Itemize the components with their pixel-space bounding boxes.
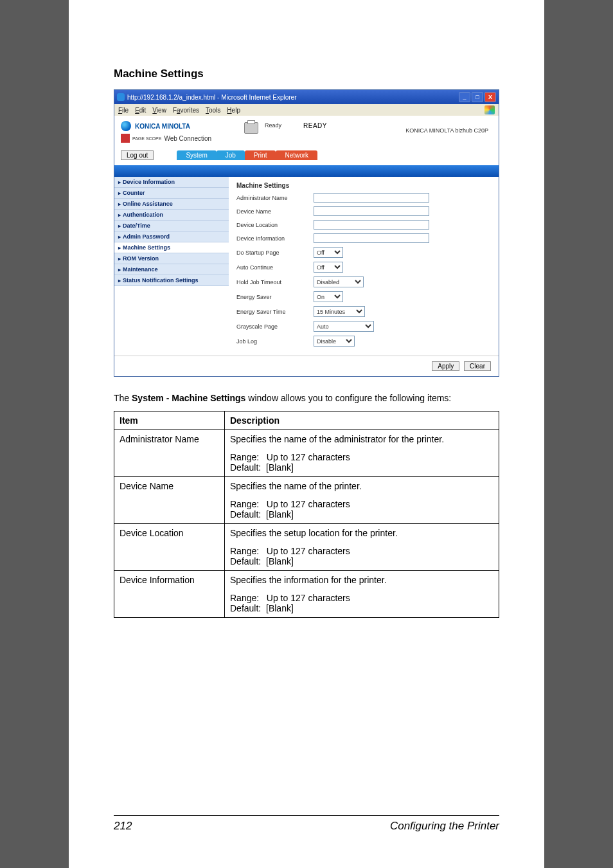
form-row: Energy SaverOn: [236, 291, 491, 302]
sidebar-item-authentication[interactable]: Authentication: [114, 210, 229, 221]
sidebar-item-date-time[interactable]: Date/Time: [114, 221, 229, 231]
select-energy-saver-time[interactable]: 15 Minutes: [314, 306, 365, 317]
sidebar-item-admin-password[interactable]: Admin Password: [114, 231, 229, 242]
ie-icon: [117, 93, 125, 101]
sidebar-item-online-assistance[interactable]: Online Assistance: [114, 199, 229, 210]
form-label: Device Location: [236, 222, 314, 228]
form-row: Device Name: [236, 206, 491, 216]
form-label: Device Information: [236, 235, 314, 242]
table-cell-item: Device Name: [114, 476, 225, 523]
sidebar-item-status-notification-settings[interactable]: Status Notification Settings: [114, 275, 229, 286]
form-row: Hold Job TimeoutDisabled: [236, 276, 491, 287]
form-row: Job LogDisable: [236, 336, 491, 347]
form-row: Do Startup PageOff: [236, 247, 491, 258]
form-row: Auto ContinueOff: [236, 262, 491, 273]
browser-window: http://192.168.1.2/a_index.html - Micros…: [114, 89, 499, 377]
select-auto-continue[interactable]: Off: [314, 262, 343, 273]
menu-edit[interactable]: Edit: [135, 107, 146, 114]
input-device-location[interactable]: [314, 220, 429, 230]
windows-logo-icon: [484, 105, 495, 114]
description-table: Item Description Administrator NameSpeci…: [114, 411, 499, 618]
intro-paragraph: The System - Machine Settings window all…: [114, 392, 499, 404]
sidebar-item-counter[interactable]: Counter: [114, 188, 229, 199]
form-label: Grayscale Page: [236, 323, 314, 330]
table-header-description: Description: [225, 411, 499, 429]
pagescope-icon: [121, 134, 130, 143]
select-hold-job-timeout[interactable]: Disabled: [314, 276, 364, 287]
clear-button[interactable]: Clear: [464, 361, 491, 371]
printer-icon: [244, 122, 258, 134]
tab-network[interactable]: Network: [276, 150, 317, 160]
form-row: Energy Saver Time15 Minutes: [236, 306, 491, 317]
page-footer: 212 Configuring the Printer: [114, 815, 499, 833]
input-administrator-name[interactable]: [314, 193, 429, 203]
input-device-name[interactable]: [314, 206, 429, 216]
form-label: Device Name: [236, 208, 314, 215]
window-title: http://192.168.1.2/a_index.html - Micros…: [127, 94, 296, 101]
window-titlebar: http://192.168.1.2/a_index.html - Micros…: [114, 90, 499, 104]
table-row: Device LocationSpecifies the setup locat…: [114, 523, 499, 570]
table-cell-description: Specifies the name of the administrator …: [225, 429, 499, 476]
status-ready-small: Ready: [265, 122, 281, 129]
product-name: KONICA MINOLTA bizhub C20P: [405, 122, 492, 134]
apply-button[interactable]: Apply: [432, 361, 459, 371]
form-label: Energy Saver Time: [236, 309, 314, 315]
form-label: Job Log: [236, 338, 314, 345]
table-cell-description: Specifies the information for the printe…: [225, 570, 499, 617]
footer-section-title: Configuring the Printer: [390, 820, 499, 833]
konica-minolta-logo-icon: [121, 121, 131, 131]
pagescope-prefix: PAGE SCOPE: [132, 136, 161, 141]
sidebar-item-machine-settings[interactable]: Machine Settings: [114, 242, 229, 253]
status-ready-big: READY: [303, 122, 327, 129]
table-row: Administrator NameSpecifies the name of …: [114, 429, 499, 476]
form-label: Hold Job Timeout: [236, 279, 314, 285]
table-row: Device NameSpecifies the name of the pri…: [114, 476, 499, 523]
select-grayscale-page[interactable]: Auto: [314, 321, 374, 332]
tab-job[interactable]: Job: [217, 150, 245, 160]
table-cell-description: Specifies the name of the printer.Range:…: [225, 476, 499, 523]
sidebar-item-device-information[interactable]: Device Information: [114, 177, 229, 188]
header-bar: [114, 165, 499, 177]
table-cell-description: Specifies the setup location for the pri…: [225, 523, 499, 570]
table-cell-item: Device Location: [114, 523, 225, 570]
menu-file[interactable]: File: [118, 107, 129, 114]
side-nav: Device InformationCounterOnline Assistan…: [114, 177, 229, 356]
window-maximize-button[interactable]: □: [472, 92, 483, 102]
form-label: Energy Saver: [236, 294, 314, 300]
sidebar-item-rom-version[interactable]: ROM Version: [114, 253, 229, 264]
table-row: Device InformationSpecifies the informat…: [114, 570, 499, 617]
menu-tools[interactable]: Tools: [206, 107, 220, 114]
logout-button[interactable]: Log out: [121, 150, 154, 160]
menu-help[interactable]: Help: [227, 107, 240, 114]
pane-title: Machine Settings: [236, 182, 491, 189]
window-close-button[interactable]: X: [484, 92, 496, 102]
form-label: Administrator Name: [236, 195, 314, 201]
table-cell-item: Device Information: [114, 570, 225, 617]
brand-name: KONICA MINOLTA: [135, 123, 190, 130]
pagescope-label: Web Connection: [164, 135, 211, 142]
select-energy-saver[interactable]: On: [314, 291, 343, 302]
select-do-startup-page[interactable]: Off: [314, 247, 343, 258]
select-job-log[interactable]: Disable: [314, 336, 355, 347]
form-row: Device Location: [236, 220, 491, 230]
menu-favorites[interactable]: Favorites: [173, 107, 199, 114]
form-row: Device Information: [236, 233, 491, 243]
menu-view[interactable]: View: [152, 107, 166, 114]
form-row: Administrator Name: [236, 193, 491, 203]
form-label: Auto Continue: [236, 264, 314, 271]
form-label: Do Startup Page: [236, 249, 314, 256]
sidebar-item-maintenance[interactable]: Maintenance: [114, 264, 229, 275]
input-device-information[interactable]: [314, 233, 429, 243]
section-heading: Machine Settings: [114, 68, 499, 80]
window-minimize-button[interactable]: _: [459, 92, 470, 102]
table-cell-item: Administrator Name: [114, 429, 225, 476]
table-header-item: Item: [114, 411, 225, 429]
page-number: 212: [114, 820, 132, 833]
tab-system[interactable]: System: [177, 150, 216, 160]
form-row: Grayscale PageAuto: [236, 321, 491, 332]
tab-print[interactable]: Print: [245, 150, 276, 160]
menubar: File Edit View Favorites Tools Help: [114, 104, 499, 116]
